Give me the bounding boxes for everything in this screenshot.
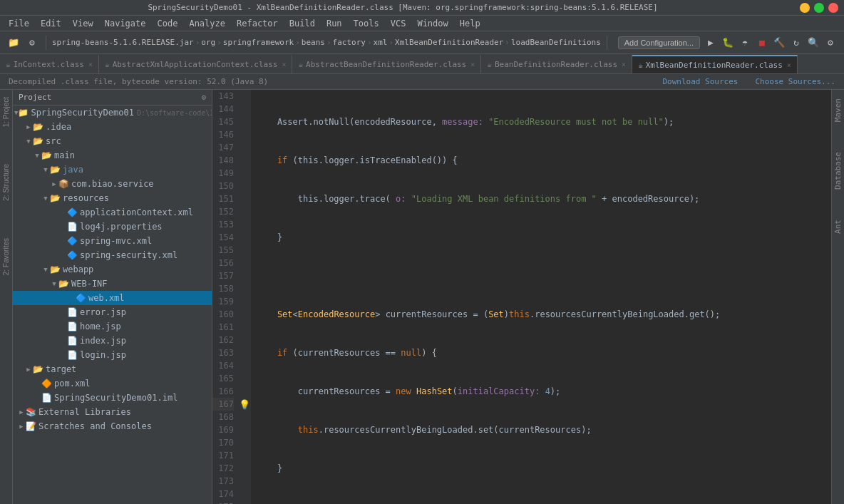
project-view-toggle[interactable]: 📁 xyxy=(6,35,21,51)
sidebar-item-webxml[interactable]: ▶ 🔷 web.xml xyxy=(13,291,212,305)
sidebar-settings[interactable]: ⚙ xyxy=(201,93,206,102)
line-numbers: 143144145146147 148149150151152 15315415… xyxy=(212,90,238,504)
menu-analyze[interactable]: Analyze xyxy=(183,17,231,30)
menu-navigate[interactable]: Navigate xyxy=(99,17,152,30)
folder-icon: 📂 xyxy=(50,165,61,175)
sidebar-item-appcontext[interactable]: ▶ 🔷 applicationContext.xml xyxy=(13,205,212,220)
sidebar-item-error[interactable]: ▶ 📄 error.jsp xyxy=(13,305,212,319)
sidebar-item-src[interactable]: ▼ 📂 src xyxy=(13,134,212,148)
sidebar-item-springdemo[interactable]: ▼ 📁 SpringSecurityDemo01 D:\software-cod… xyxy=(13,106,212,120)
jsp-icon: 📄 xyxy=(67,322,78,331)
database-panel-button[interactable]: Database xyxy=(833,146,843,195)
run-button[interactable]: ▶ xyxy=(703,35,719,51)
folder-icon: 📂 xyxy=(33,136,43,146)
tab-close-abstractxml[interactable]: × xyxy=(282,61,286,68)
stop-button[interactable]: ■ xyxy=(754,35,770,51)
tree-label: WEB-INF xyxy=(71,279,108,289)
breadcrumb-factory[interactable]: factory xyxy=(333,38,366,47)
tab-icon-abstractbean: ☕ xyxy=(298,60,303,69)
menu-edit[interactable]: Edit xyxy=(35,17,67,30)
menu-run[interactable]: Run xyxy=(321,17,348,30)
tab-close-abstractbean[interactable]: × xyxy=(470,61,475,68)
settings-button[interactable]: ⚙ xyxy=(823,35,838,51)
sync-button[interactable]: ↻ xyxy=(788,35,804,51)
package-icon: 📦 xyxy=(58,179,69,189)
maven-panel-button[interactable]: Maven xyxy=(833,93,843,128)
sidebar-item-pom[interactable]: ▶ 🔶 pom.xml xyxy=(13,376,212,391)
tab-close-incontext[interactable]: × xyxy=(88,61,93,68)
title-bar: SpringSecurityDemo01 - XmlBeanDefinition… xyxy=(0,0,844,16)
sidebar-item-main[interactable]: ▼ 📂 main xyxy=(13,148,212,163)
tab-close-beandefreader[interactable]: × xyxy=(622,61,626,68)
arrow-icon: ▶ xyxy=(17,408,26,416)
sidebar-item-index[interactable]: ▶ 📄 index.jsp xyxy=(13,334,212,348)
sidebar-item-target[interactable]: ▶ 📂 target xyxy=(13,362,212,376)
breadcrumb-jar[interactable]: spring-beans-5.1.6.RELEASE.jar xyxy=(52,38,194,47)
ant-panel-button[interactable]: Ant xyxy=(833,214,843,240)
tree-label: Scratches and Consoles xyxy=(38,421,152,431)
tree-label: src xyxy=(46,136,61,146)
menu-help[interactable]: Help xyxy=(454,17,486,30)
menu-file[interactable]: File xyxy=(3,17,35,30)
build-button[interactable]: 🔨 xyxy=(771,35,787,51)
sidebar-item-idea[interactable]: ▶ 📂 .idea xyxy=(13,120,212,134)
sidebar-item-webinf[interactable]: ▼ 📂 WEB-INF xyxy=(13,277,212,291)
maximize-button[interactable]: □ xyxy=(814,3,824,13)
minimize-button[interactable]: − xyxy=(800,3,810,13)
sidebar-item-springmvc[interactable]: ▶ 🔷 spring-mvc.xml xyxy=(13,234,212,248)
breadcrumb-xml[interactable]: xml xyxy=(374,38,388,47)
breadcrumb-springframework[interactable]: springframework xyxy=(223,38,294,47)
sidebar-item-extlibs[interactable]: ▶ 📚 External Libraries xyxy=(13,405,212,419)
left-panel-favorites[interactable]: 2: Favorites xyxy=(1,234,11,279)
sidebar-item-iml[interactable]: ▶ 📄 SpringSecurityDemo01.iml xyxy=(13,391,212,405)
menu-view[interactable]: View xyxy=(67,17,99,30)
search-everywhere-button[interactable]: 🔍 xyxy=(806,35,821,51)
code-area[interactable]: Assert.notNull(encodedResource, message:… xyxy=(251,90,831,504)
sidebar-item-java[interactable]: ▼ 📂 java xyxy=(13,163,212,177)
tab-abstractbean[interactable]: ☕ AbstractBeanDefinitionReader.class × xyxy=(292,55,481,73)
tab-beandefreader[interactable]: ☕ BeanDefinitionReader.class × xyxy=(481,55,632,73)
sidebar-item-resources[interactable]: ▼ 📂 resources xyxy=(13,191,212,205)
tab-abstractxml[interactable]: ☕ AbstractXmlApplicationContext.class × xyxy=(99,55,292,73)
editor-scrollable[interactable]: 143144145146147 148149150151152 15315415… xyxy=(212,90,831,504)
toolbar-settings[interactable]: ⚙ xyxy=(24,35,40,51)
tab-close-xmlbeandef[interactable]: × xyxy=(787,61,791,69)
sidebar-item-login[interactable]: ▶ 📄 login.jsp xyxy=(13,348,212,362)
sidebar-item-scratches[interactable]: ▶ 📝 Scratches and Consoles xyxy=(13,419,212,433)
close-button[interactable]: × xyxy=(828,3,838,13)
sidebar-title: Project xyxy=(19,93,51,102)
add-configuration-button[interactable]: Add Configuration... xyxy=(618,36,700,49)
menu-window[interactable]: Window xyxy=(411,17,453,30)
menu-tools[interactable]: Tools xyxy=(348,17,385,30)
debug-button[interactable]: 🐛 xyxy=(720,35,736,51)
left-panel-project[interactable]: 1: Project xyxy=(1,93,11,131)
menu-refactor[interactable]: Refactor xyxy=(231,17,284,30)
download-sources-link[interactable]: Download Sources xyxy=(662,77,738,86)
breadcrumb-method[interactable]: loadBeanDefinitions xyxy=(511,38,601,47)
arrow-icon: ▼ xyxy=(41,195,50,202)
arrow-icon: ▼ xyxy=(41,166,50,173)
menu-vcs[interactable]: VCS xyxy=(385,17,412,30)
tree-label: SpringSecurityDemo01.iml xyxy=(54,393,177,403)
maven-icon: 🔶 xyxy=(41,379,52,389)
tab-label-incontext: InContext.class xyxy=(14,60,84,69)
breadcrumb: spring-beans-5.1.6.RELEASE.jar › org › s… xyxy=(52,38,601,47)
choose-sources-link[interactable]: Choose Sources... xyxy=(755,77,835,86)
left-panel-structure[interactable]: 2: Structure xyxy=(1,160,11,205)
menu-code[interactable]: Code xyxy=(152,17,184,30)
breadcrumb-class[interactable]: XmlBeanDefinitionReader xyxy=(395,38,503,47)
sidebar-item-log4j[interactable]: ▶ 📄 log4j.properties xyxy=(13,220,212,234)
coverage-button[interactable]: ☂ xyxy=(737,35,753,51)
scratches-icon: 📝 xyxy=(26,421,36,431)
menu-build[interactable]: Build xyxy=(284,17,321,30)
sidebar-item-webapp[interactable]: ▼ 📂 webapp xyxy=(13,262,212,277)
breadcrumb-beans[interactable]: beans xyxy=(302,38,325,47)
project-sidebar: Project ⚙ ▼ 📁 SpringSecurityDemo01 D:\so… xyxy=(13,90,212,504)
sidebar-item-springsec[interactable]: ▶ 🔷 spring-security.xml xyxy=(13,248,212,262)
sidebar-item-home[interactable]: ▶ 📄 home.jsp xyxy=(13,319,212,334)
sidebar-item-package[interactable]: ▶ 📦 com.biao.service xyxy=(13,177,212,191)
tab-xmlbeandef[interactable]: ☕ XmlBeanDefinitionReader.class × xyxy=(632,55,798,73)
window-controls[interactable]: − □ × xyxy=(800,3,838,13)
tab-incontext[interactable]: ☕ InContext.class × xyxy=(0,55,99,73)
breadcrumb-org[interactable]: org xyxy=(201,38,215,47)
